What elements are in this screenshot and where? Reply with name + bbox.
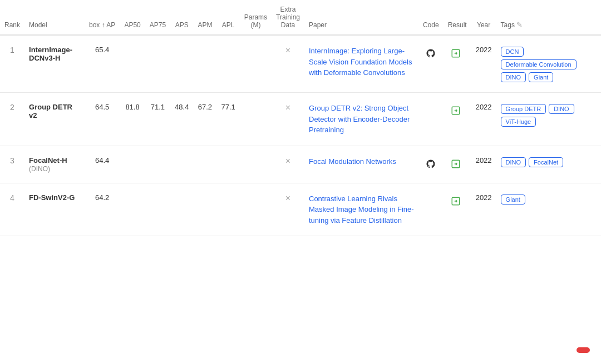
cell-apl: 77.1	[216, 93, 239, 146]
cell-year: 2022	[471, 35, 496, 93]
cell-rank: 1	[0, 35, 24, 93]
cell-year: 2022	[471, 183, 496, 236]
cell-apl	[216, 35, 239, 93]
col-year: Year	[471, 0, 496, 35]
col-rank: Rank	[0, 0, 24, 35]
col-params: Params(M)	[240, 0, 272, 35]
table-row: 2 Group DETR v2 64.5 81.8 71.1 48.4 67.2…	[0, 93, 601, 146]
cell-code	[418, 146, 444, 183]
cell-aps	[170, 183, 193, 236]
github-icon[interactable]	[423, 156, 439, 172]
col-apm: APM	[193, 0, 216, 35]
col-result: Result	[444, 0, 471, 35]
cell-apm: 67.2	[193, 93, 216, 146]
paper-link[interactable]: InternImage: Exploring Large-Scale Visio…	[309, 47, 412, 77]
tag-badge[interactable]: DINO	[549, 104, 574, 114]
tag-badge[interactable]: DINO	[501, 157, 526, 167]
cell-paper: Focal Modulation Networks	[304, 146, 418, 183]
cell-params	[240, 93, 272, 146]
cell-box-ap: 64.5	[85, 93, 120, 146]
cell-rank: 4	[0, 183, 24, 236]
cell-result	[444, 93, 471, 146]
cell-params	[240, 35, 272, 93]
cell-apm	[193, 183, 216, 236]
cell-ap75	[145, 146, 170, 183]
cell-extra: ×	[272, 93, 304, 146]
cell-ap50: 81.8	[120, 93, 145, 146]
cell-aps	[170, 146, 193, 183]
paper-link[interactable]: Contrastive Learning Rivals Masked Image…	[309, 195, 414, 225]
tag-badge[interactable]: Deformable Convolution	[501, 59, 577, 69]
paper-link[interactable]: Group DETR v2: Strong Object Detector wi…	[309, 104, 410, 134]
cell-apm	[193, 35, 216, 93]
model-name: FD-SwinV2-G	[29, 193, 75, 202]
cell-year: 2022	[471, 93, 496, 146]
php-badge	[577, 347, 590, 353]
cell-code	[418, 183, 444, 236]
cell-extra: ×	[272, 146, 304, 183]
col-model: Model	[24, 0, 85, 35]
cell-tags: Giant	[496, 183, 601, 236]
cell-extra: ×	[272, 35, 304, 93]
cell-code	[418, 35, 444, 93]
cell-paper: InternImage: Exploring Large-Scale Visio…	[304, 35, 418, 93]
tags-container: DINOFocalNet	[501, 156, 597, 167]
model-name: Group DETR v2	[29, 103, 72, 119]
paper-link[interactable]: Focal Modulation Networks	[309, 157, 396, 166]
cell-paper: Group DETR v2: Strong Object Detector wi…	[304, 93, 418, 146]
col-aps: APS	[170, 0, 193, 35]
cell-apl	[216, 183, 239, 236]
tag-badge[interactable]: Giant	[501, 195, 525, 205]
tag-badge[interactable]: ViT-Huge	[501, 117, 536, 127]
cell-aps: 48.4	[170, 93, 193, 146]
tag-badge[interactable]: DINO	[501, 72, 526, 82]
col-ap50: AP50	[120, 0, 145, 35]
col-apl: APL	[216, 0, 239, 35]
tags-edit-icon[interactable]: ✎	[516, 21, 523, 29]
tag-badge[interactable]: Giant	[529, 72, 553, 82]
tags-container: Giant	[501, 193, 597, 205]
col-box-ap[interactable]: box ↑ AP	[85, 0, 120, 35]
model-name: FocalNet-H	[29, 156, 67, 164]
cell-params	[240, 146, 272, 183]
tag-badge[interactable]: DCN	[501, 47, 524, 57]
cell-tags: DINOFocalNet	[496, 146, 601, 183]
cell-extra: ×	[272, 183, 304, 236]
cell-tags: DCNDeformable ConvolutionDINOGiant	[496, 35, 601, 93]
cell-result	[444, 146, 471, 183]
github-icon[interactable]	[423, 46, 439, 61]
table-row: 1 InternImage-DCNv3-H 65.4 × InternImage…	[0, 35, 601, 93]
cell-tags: Group DETRDINOViT-Huge	[496, 93, 601, 146]
result-icon[interactable]	[448, 103, 464, 118]
leaderboard-table: Rank Model box ↑ AP AP50 AP75 APS APM AP…	[0, 0, 601, 236]
result-icon[interactable]	[448, 156, 464, 172]
cell-box-ap: 64.4	[85, 146, 120, 183]
tag-badge[interactable]: Group DETR	[501, 104, 546, 114]
cell-result	[444, 35, 471, 93]
col-code: Code	[418, 0, 444, 35]
main-table-container: Rank Model box ↑ AP AP50 AP75 APS APM AP…	[0, 0, 601, 364]
result-icon[interactable]	[448, 46, 464, 61]
cell-ap75	[145, 183, 170, 236]
cell-rank: 3	[0, 146, 24, 183]
cell-aps	[170, 35, 193, 93]
tag-badge[interactable]: FocalNet	[529, 157, 563, 167]
model-name: InternImage-DCNv3-H	[29, 46, 72, 62]
cell-model: Group DETR v2	[24, 93, 85, 146]
col-paper: Paper	[304, 0, 418, 35]
tags-container: Group DETRDINOViT-Huge	[501, 103, 597, 127]
table-header-row: Rank Model box ↑ AP AP50 AP75 APS APM AP…	[0, 0, 601, 35]
col-tags: Tags ✎	[496, 0, 601, 35]
cell-ap75	[145, 35, 170, 93]
col-ap75: AP75	[145, 0, 170, 35]
cell-rank: 2	[0, 93, 24, 146]
cell-result	[444, 183, 471, 236]
cell-paper: Contrastive Learning Rivals Masked Image…	[304, 183, 418, 236]
result-icon[interactable]	[448, 193, 464, 209]
cell-ap75: 71.1	[145, 93, 170, 146]
cell-params	[240, 183, 272, 236]
cell-ap50	[120, 35, 145, 93]
cell-box-ap: 64.2	[85, 183, 120, 236]
cell-code	[418, 93, 444, 146]
col-extra: ExtraTrainingData	[272, 0, 304, 35]
